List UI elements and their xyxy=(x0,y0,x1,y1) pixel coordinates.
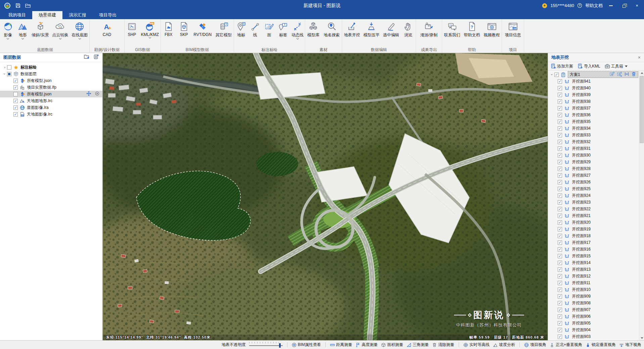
item-checkbox[interactable]: ✓ xyxy=(558,160,562,164)
scroll-up-icon[interactable] xyxy=(639,71,644,75)
ribbon-button-项目信息[interactable]: Logo项目信息 xyxy=(504,21,522,41)
excavation-item-开挖面940[interactable]: ✓开挖面940 xyxy=(548,85,639,91)
ribbon-button-模型压平[interactable]: 模型压平 xyxy=(362,21,380,41)
scrollbar-thumb[interactable] xyxy=(640,76,644,143)
excavation-item-开挖面920[interactable]: ✓开挖面920 xyxy=(548,219,639,226)
item-checkbox[interactable]: ✓ xyxy=(558,99,562,104)
item-checkbox[interactable]: ✓ xyxy=(558,140,562,144)
item-checkbox[interactable]: ✓ xyxy=(558,288,562,292)
slider-handle[interactable] xyxy=(279,343,281,348)
ribbon-button-点云转换[interactable]: 点云转换 xyxy=(51,21,69,41)
item-checkbox[interactable]: ✓ xyxy=(558,227,562,231)
tab-演示汇报[interactable]: 演示汇报 xyxy=(62,11,93,19)
excavation-item-开挖面932[interactable]: ✓开挖面932 xyxy=(548,138,639,145)
status-tool-距离测量[interactable]: 距离测量 xyxy=(330,342,352,348)
item-checkbox[interactable]: ✓ xyxy=(558,301,562,305)
close-button[interactable]: × xyxy=(632,1,642,10)
item-checkbox[interactable]: ✓ xyxy=(558,314,562,319)
ribbon-button-SHP[interactable]: SHP xyxy=(125,21,139,40)
status-tool-地下视角[interactable]: 地下视角 xyxy=(619,342,641,348)
plan-row[interactable]: › ✓ 方案1 xyxy=(548,71,639,78)
item-checkbox[interactable]: ✓ xyxy=(558,79,562,84)
ribbon-button-地表开挖[interactable]: 地表开挖 xyxy=(343,21,361,41)
layer-checkbox[interactable]: ✓ xyxy=(13,105,18,110)
item-checkbox[interactable]: ✓ xyxy=(558,274,562,278)
excavation-item-开挖面915[interactable]: ✓开挖面915 xyxy=(548,253,639,259)
excavation-item-开挖面917[interactable]: ✓开挖面917 xyxy=(548,239,639,246)
item-checkbox[interactable]: ✓ xyxy=(558,294,562,299)
excavation-item-开挖面934[interactable]: ✓开挖面934 xyxy=(548,125,639,132)
ribbon-button-地标[interactable]: T地标 xyxy=(234,21,248,41)
item-checkbox[interactable]: ✓ xyxy=(558,93,562,97)
help-icon[interactable]: ? xyxy=(577,3,582,8)
open-folder-icon[interactable] xyxy=(25,3,31,8)
ribbon-button-倾斜/实景[interactable]: 倾斜/实景 xyxy=(31,21,50,41)
excavation-item-开挖面931[interactable]: ✓开挖面931 xyxy=(548,145,639,152)
status-tool-面积测量[interactable]: 面积测量 xyxy=(381,342,403,348)
tool-工具箱[interactable]: 工具箱 xyxy=(605,63,628,69)
ribbon-button-动态线[interactable]: 动态线 xyxy=(290,21,305,41)
layer-checkbox[interactable]: ✓ xyxy=(13,99,18,103)
excavation-item-开挖面908[interactable]: ✓开挖面908 xyxy=(548,300,639,306)
item-checkbox[interactable]: ✓ xyxy=(558,187,562,191)
excavation-item-开挖面919[interactable]: ✓开挖面919 xyxy=(548,226,639,232)
ribbon-button-帮助文档[interactable]: ?帮助文档 xyxy=(463,21,481,41)
tool-添加方案[interactable]: 添加方案 xyxy=(551,63,573,69)
excavation-item-开挖面904[interactable]: ✓开挖面904 xyxy=(548,326,639,333)
expander-icon[interactable]: › xyxy=(550,72,554,77)
excavation-item-开挖面935[interactable]: ✓开挖面935 xyxy=(548,118,639,125)
item-checkbox[interactable]: ✓ xyxy=(558,146,562,151)
restore-button[interactable] xyxy=(619,1,629,10)
ribbon-button-在线底图[interactable]: 在线底图 xyxy=(71,21,89,41)
tool-导入KML[interactable]: 导入KML xyxy=(578,63,600,69)
layer-item-数据图层[interactable]: ›数据图层 xyxy=(0,71,102,77)
item-checkbox[interactable]: ✓ xyxy=(558,126,562,131)
item-checkbox[interactable]: ✓ xyxy=(558,328,562,332)
status-tool-清除测量[interactable]: 清除测量 xyxy=(432,342,454,348)
ribbon-button-面[interactable]: 面 xyxy=(262,21,276,41)
mirror-icon[interactable] xyxy=(624,72,629,78)
excavation-item-开挖面918[interactable]: ✓开挖面918 xyxy=(548,232,639,239)
excavation-item-开挖面926[interactable]: ✓开挖面926 xyxy=(548,179,639,185)
expander-icon[interactable]: › xyxy=(3,72,7,76)
item-checkbox[interactable]: ✓ xyxy=(558,200,562,205)
ribbon-button-视频教程[interactable]: 视频教程 xyxy=(483,21,501,41)
excavation-item-开挖面907[interactable]: ✓开挖面907 xyxy=(548,306,639,313)
item-checkbox[interactable]: ✓ xyxy=(558,281,562,285)
item-checkbox[interactable]: ✓ xyxy=(558,180,562,184)
help-doc-link[interactable]: 帮助文档 xyxy=(585,3,603,9)
item-checkbox[interactable]: ✓ xyxy=(558,261,562,265)
plan-checkbox[interactable]: ✓ xyxy=(554,73,559,77)
excavation-item-开挖面925[interactable]: ✓开挖面925 xyxy=(548,185,639,192)
layer-item-天地图地形.lrc[interactable]: ✓天地图地形.lrc xyxy=(0,97,102,104)
redraw-area-icon[interactable] xyxy=(617,72,622,78)
excavation-item-开挖面927[interactable]: ✓开挖面927 xyxy=(548,172,639,179)
item-checkbox[interactable]: ✓ xyxy=(558,247,562,252)
status-tool-锁定垂直视角[interactable]: 锁定垂直视角 xyxy=(586,342,616,348)
excavation-item-开挖面916[interactable]: ✓开挖面916 xyxy=(548,246,639,253)
excavation-item-开挖面924[interactable]: ✓开挖面924 xyxy=(548,192,639,199)
locate-icon[interactable] xyxy=(95,91,100,97)
item-checkbox[interactable]: ✓ xyxy=(558,214,562,218)
item-checkbox[interactable]: ✓ xyxy=(558,86,562,90)
layer-item-天地图影像.lrc[interactable]: ✓LRC天地图影像.lrc xyxy=(0,111,102,118)
item-checkbox[interactable]: ✓ xyxy=(558,321,562,325)
ribbon-button-地形[interactable]: 地形 xyxy=(16,21,30,41)
ribbon-button-联系我们[interactable]: 联系我们 xyxy=(443,21,461,41)
excavation-item-开挖面914[interactable]: ✓开挖面914 xyxy=(548,259,639,266)
scroll-down-icon[interactable] xyxy=(639,336,644,340)
add-folder-icon[interactable] xyxy=(84,54,89,61)
excavation-item-开挖面922[interactable]: ✓开挖面922 xyxy=(548,206,639,212)
ribbon-button-地名搜索[interactable]: 地名搜索 xyxy=(323,21,341,41)
item-checkbox[interactable]: ✓ xyxy=(558,167,562,171)
item-checkbox[interactable]: ✓ xyxy=(558,193,562,198)
excavation-item-开挖面936[interactable]: ✓开挖面936 xyxy=(548,112,639,118)
tab-场景搭建[interactable]: 场景搭建 xyxy=(32,11,62,19)
status-tool-项目视角[interactable]: 项目视角 xyxy=(524,342,546,348)
status-tool-坡度分析[interactable]: 坡度分析 xyxy=(493,342,515,348)
excavation-item-开挖面912[interactable]: ✓开挖面912 xyxy=(548,273,639,279)
excavation-item-开挖面939[interactable]: ✓开挖面939 xyxy=(548,91,639,98)
plan-selected-box[interactable]: 方案1 xyxy=(568,71,638,78)
layer-checkbox[interactable]: ✓ xyxy=(13,79,18,83)
excavation-item-开挖面913[interactable]: ✓开挖面913 xyxy=(548,266,639,273)
